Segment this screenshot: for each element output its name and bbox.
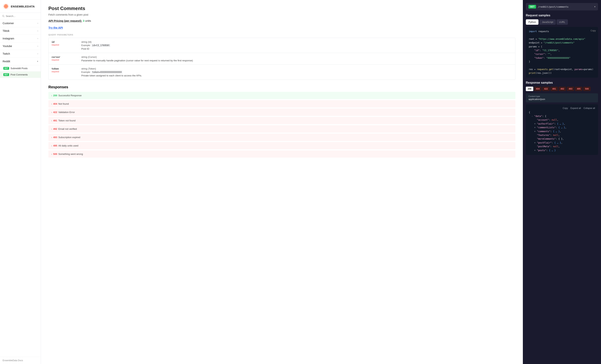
response-label: Not found (58, 102, 69, 105)
content-type-value: application/json (528, 98, 595, 101)
param-table: id required string (Id) Example: id=t3_1… (48, 38, 515, 80)
response-chevron-icon: › (51, 145, 52, 147)
svg-point-8 (7, 7, 8, 8)
response-label: Validation Error (58, 111, 75, 114)
json-block: Copy Expand all Collapse all { - "data":… (526, 104, 598, 155)
content-type-label: Content type (528, 95, 595, 97)
sidebar-item-twitch[interactable]: Twitch› (0, 50, 41, 58)
json-line: "moreComments": { }, (529, 137, 595, 141)
sidebar-sub-item-subreddit-posts[interactable]: GETSubreddit Posts (0, 65, 41, 72)
json-line: + "posts": { … } (529, 149, 595, 152)
response-tab-500[interactable]: 500 (583, 87, 591, 91)
response-item-404[interactable]: › 404 Not found (48, 100, 515, 107)
response-tab-495[interactable]: 495 (575, 87, 582, 91)
response-tab-491[interactable]: 491 (551, 87, 558, 91)
get-badge-subreddit-posts: GET (3, 67, 9, 70)
json-line: - "data": { (529, 114, 595, 118)
json-line: + "comments": { … }, (529, 130, 595, 133)
logo-icon (3, 3, 9, 10)
param-desc: Parameter to manually handle pagination … (81, 59, 512, 62)
code-block: Copy import requests root = "https://www… (526, 27, 598, 78)
copy-button[interactable]: Copy (591, 29, 596, 33)
responses-list: › 200 Successful Response› 404 Not found… (48, 92, 515, 158)
response-label: All daily units used (58, 144, 78, 147)
code-line: "id": "t3_176958t", (529, 48, 595, 52)
param-row: id required string (Id) Example: id=t3_1… (49, 38, 515, 53)
json-collapse-button[interactable]: Collapse all (583, 107, 595, 109)
json-line: + "commentLists": { … }, (529, 126, 595, 129)
json-line: + "postFlair": { … }, (529, 141, 595, 145)
code-line: print(res.json()) (529, 71, 595, 75)
response-samples-title: Response samples (526, 81, 598, 84)
sidebar-sub-item-post-comments[interactable]: GETPost Comments (0, 72, 41, 78)
param-type: string (Cursor) (81, 56, 512, 58)
chevron-reddit-icon: ▾ (37, 60, 38, 63)
svg-point-2 (5, 7, 7, 8)
response-item-495[interactable]: › 495 All daily units used (48, 142, 515, 149)
page-subtitle: Fetch comments from a given post (48, 13, 515, 16)
svg-point-6 (7, 5, 8, 6)
param-required: required (51, 59, 81, 61)
response-item-500[interactable]: › 500 Something went wrong (48, 150, 515, 158)
response-tab-492[interactable]: 492 (559, 87, 566, 91)
param-row: cursor required string (Cursor) Paramete… (49, 53, 515, 65)
svg-point-9 (5, 6, 7, 7)
json-expand-button[interactable]: Expand all (571, 107, 581, 109)
param-desc: Post ID (81, 48, 512, 50)
response-chevron-icon: › (51, 128, 52, 130)
sidebar-item-tiktok[interactable]: Tiktok› (0, 27, 41, 35)
response-code: 495 (53, 144, 57, 147)
main-content: Post Comments Fetch comments from a give… (41, 0, 523, 364)
code-line: import requests (529, 29, 595, 33)
response-tab-404[interactable]: 404 (534, 87, 541, 91)
svg-point-4 (7, 6, 8, 7)
response-tab-200[interactable]: 200 (526, 87, 533, 91)
sidebar-item-customer[interactable]: Customer› (0, 19, 41, 27)
get-badge-post-comments: GET (3, 73, 9, 76)
chevron-twitch-icon: › (37, 52, 38, 55)
tab-curl[interactable]: cURL (557, 19, 568, 25)
endpoint-chevron-icon[interactable]: ▾ (594, 5, 595, 8)
endpoint-bar: GET /reddit/post/comments ▾ (526, 3, 598, 10)
nav-items: Customer›Tiktok›Instagram›Youtube›Twitch… (0, 19, 41, 78)
json-line: + "authorFlair": { … }, (529, 122, 595, 126)
sidebar-item-reddit[interactable]: Reddit▾ (0, 58, 41, 65)
chevron-youtube-icon: › (37, 45, 38, 48)
response-tab-422[interactable]: 422 (542, 87, 550, 91)
response-item-492[interactable]: › 492 Email not verified (48, 125, 515, 133)
code-line: } (529, 60, 595, 64)
svg-point-3 (4, 6, 5, 7)
sidebar-item-label: Customer (3, 22, 14, 25)
tab-javascript[interactable]: JavaScript (539, 19, 556, 25)
sidebar-item-instagram[interactable]: Instagram› (0, 35, 41, 42)
svg-point-1 (5, 4, 7, 5)
api-pricing: API Pricing (per request): 3 units (48, 19, 515, 22)
endpoint-path: /reddit/post/comments (538, 5, 594, 8)
sidebar-item-label: Youtube (3, 45, 12, 48)
response-label: Token not found (58, 119, 76, 122)
try-api-link[interactable]: Try the API (48, 26, 63, 29)
response-chevron-icon: › (51, 120, 52, 122)
response-tab-493[interactable]: 493 (567, 87, 574, 91)
sidebar-item-label: Instagram (3, 37, 14, 40)
sub-item-label-post-comments: Post Comments (10, 73, 28, 76)
response-item-200[interactable]: › 200 Successful Response (48, 92, 515, 99)
json-copy-button[interactable]: Copy (563, 107, 568, 109)
json-line: "account": null, (529, 118, 595, 122)
response-item-422[interactable]: › 422 Validation Error (48, 109, 515, 116)
sidebar-item-label: Reddit (3, 60, 10, 63)
response-item-491[interactable]: › 491 Token not found (48, 117, 515, 124)
search-input[interactable] (6, 15, 39, 18)
param-type: string (Token) (81, 67, 512, 70)
code-line: params = { (529, 45, 595, 48)
code-line: root = "https://www.ensembledata.com/api… (529, 37, 595, 41)
responses-title: Responses (48, 85, 515, 89)
sidebar-item-youtube[interactable]: Youtube› (0, 42, 41, 50)
svg-line-11 (4, 16, 4, 17)
search-box[interactable] (0, 13, 41, 19)
content-type-box: Content type application/json (526, 93, 598, 102)
code-line: res = requests.get(root+endpoint, params… (529, 67, 595, 71)
response-code: 422 (53, 111, 57, 114)
response-item-493[interactable]: › 493 Subscription expired (48, 134, 515, 141)
tab-python[interactable]: Python (526, 19, 539, 25)
